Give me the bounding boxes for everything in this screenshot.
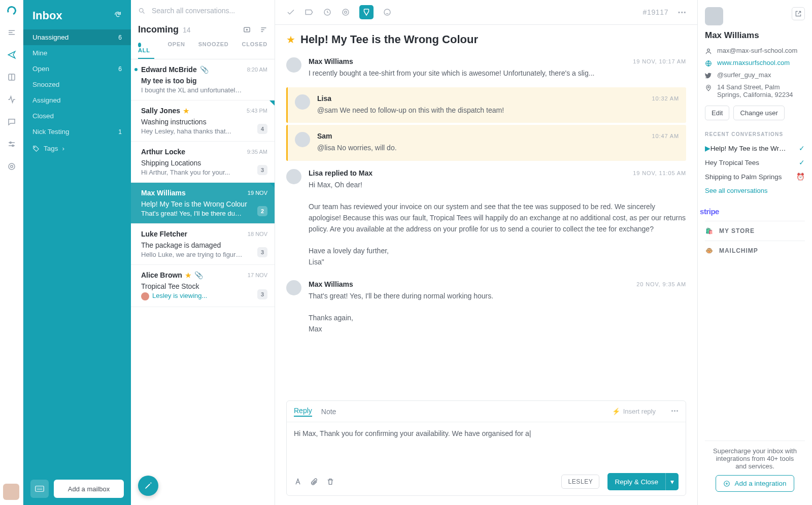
sidebar-folder[interactable]: Snoozed [23, 77, 131, 92]
conversation-item[interactable]: Arthur Locke9:35 AMShipping LocationsHi … [131, 142, 275, 183]
sidebar-folder[interactable]: Mine [23, 45, 131, 61]
recent-conversation[interactable]: ▶ Help! My Tee is the Wron...✓ [705, 141, 805, 155]
keyboard-button[interactable] [30, 480, 49, 498]
edit-customer-button[interactable]: Edit [705, 106, 729, 120]
message: Max Williams20 NOV, 9:35 AMThat's great!… [286, 274, 686, 341]
snooze-icon[interactable] [323, 8, 332, 17]
check-icon: ✓ [799, 158, 805, 166]
eye-icon[interactable] [341, 8, 350, 17]
insert-reply[interactable]: ⚡ Insert reply [612, 408, 656, 415]
emoji-icon[interactable] [383, 8, 392, 17]
activity-icon[interactable] [7, 94, 17, 105]
tags-label: Tags [44, 145, 58, 152]
change-user-button[interactable]: Change user [733, 106, 784, 120]
corner-marker [269, 183, 275, 188]
done-icon[interactable] [286, 8, 295, 17]
conversation-item[interactable]: Max Williams19 NOVHelp! My Tee is the Wr… [131, 183, 275, 224]
star-icon[interactable]: ★ [286, 33, 295, 46]
avatar [286, 57, 301, 73]
reply-textarea[interactable]: Hi Max, Thank you for confirming your av… [287, 422, 686, 468]
conversation-item[interactable]: Sally Jones ★5:43 PMWashing instructions… [131, 100, 275, 142]
see-all-link[interactable]: See all conversations [705, 187, 805, 194]
integration-row[interactable]: stripe [705, 201, 805, 221]
signature-picker[interactable]: LESLEY [561, 475, 599, 489]
list-tab[interactable]: OPEN [167, 41, 185, 59]
recent-conversation[interactable]: Shipping to Palm Springs⏰ [705, 170, 805, 184]
customer-twitter-row[interactable]: @surfer_guy_max [705, 69, 805, 81]
reply-more-icon[interactable]: ··· [671, 406, 679, 417]
conversation-item[interactable]: Alice Brown ★ 📎17 NOVTropical Tee StockL… [131, 265, 275, 307]
target-icon[interactable] [7, 161, 17, 172]
app-rail [0, 0, 23, 505]
twitter-icon [705, 72, 712, 79]
more-icon[interactable]: ··· [678, 7, 686, 18]
svg-rect-6 [36, 486, 44, 492]
conversation-item[interactable]: Edward McBride 📎8:20 AMMy tee is too big… [131, 59, 275, 100]
sidebar-folder[interactable]: Closed [23, 108, 131, 124]
sidebar: Inbox Unassigned6MineOpen6SnoozedAssigne… [23, 0, 131, 505]
settings-icon[interactable] [7, 139, 17, 149]
reply-count-badge: 2 [257, 206, 267, 216]
customer-email-row: max@max-surf-school.com [705, 45, 805, 57]
reply-count-badge: 3 [257, 165, 267, 175]
sidebar-folder[interactable]: Nick Testing1 [23, 124, 131, 140]
message: Sam10:47 AM@lisa No worries, will do. [295, 130, 679, 156]
sidebar-folder[interactable]: Open6 [23, 61, 131, 77]
list-tab[interactable]: SNOOZED [198, 41, 229, 59]
reply-box: Reply Note ⚡ Insert reply ··· Hi Max, Th… [286, 400, 686, 496]
thread-id: #19117 [642, 8, 668, 16]
reply-tab[interactable]: Reply [294, 407, 312, 417]
unread-dot [134, 68, 138, 71]
customer-site-row[interactable]: www.maxsurfschool.com [705, 57, 805, 69]
customer-avatar [705, 7, 723, 25]
svg-point-3 [9, 163, 15, 170]
send-button[interactable]: Reply & Close [607, 473, 665, 490]
internal-note: Sam10:47 AM@lisa No worries, will do. [286, 125, 686, 161]
list-tab[interactable]: ALL [138, 41, 154, 59]
search-icon [138, 7, 146, 15]
sidebar-folder[interactable]: Assigned [23, 92, 131, 108]
sort-icon[interactable] [260, 26, 267, 33]
compose-fab[interactable] [138, 476, 158, 496]
app-logo [6, 5, 17, 16]
chat-icon[interactable] [7, 117, 17, 127]
add-to-folder-icon[interactable] [243, 26, 251, 33]
conversation-item[interactable]: Luke Fletcher18 NOVThe package is damage… [131, 224, 275, 265]
svg-point-12 [384, 9, 390, 15]
format-icon[interactable] [294, 478, 302, 486]
recent-conversation[interactable]: Hey Tropical Tees✓ [705, 155, 805, 170]
sidebar-folder[interactable]: Unassigned6 [23, 29, 131, 45]
avatar [286, 169, 301, 184]
reply-count-badge: 3 [257, 289, 267, 299]
add-integration-button[interactable]: Add a integration [716, 475, 794, 492]
integrations-promo: Supercharge your inbox with integrations… [705, 441, 805, 498]
list-tab[interactable]: CLOSED [242, 41, 267, 59]
assign-icon[interactable] [359, 5, 374, 19]
viewer-avatar [141, 292, 149, 300]
attach-icon[interactable] [310, 478, 318, 486]
list-count: 14 [183, 26, 191, 34]
trash-icon[interactable] [326, 478, 334, 486]
current-user-avatar[interactable] [3, 484, 19, 500]
refresh-icon[interactable] [114, 11, 122, 21]
note-tab[interactable]: Note [321, 408, 336, 416]
shopify-logo: 🛍️ [705, 226, 714, 235]
send-icon[interactable] [7, 50, 17, 60]
search-input[interactable] [151, 6, 267, 15]
customer-address-row: 14 Sand Street, Palm Springs, California… [705, 81, 805, 100]
clip-icon: 📎 [200, 65, 209, 74]
integration-row[interactable]: 🐵MAILCHIMP [705, 241, 805, 260]
play-icon: ▶ [705, 145, 710, 152]
label-icon[interactable] [304, 8, 314, 17]
add-mailbox-button[interactable]: Add a mailbox [54, 480, 124, 498]
popout-icon[interactable] [792, 7, 805, 20]
book-icon[interactable] [7, 72, 17, 82]
tags-row[interactable]: Tags › [23, 140, 131, 157]
menu-icon[interactable] [7, 27, 17, 38]
integration-row[interactable]: 🛍️MY STORE [705, 221, 805, 241]
avatar [286, 280, 301, 295]
send-dropdown-icon[interactable]: ▾ [665, 473, 679, 490]
mailchimp-logo: 🐵 [705, 246, 714, 255]
pin-icon [705, 84, 712, 91]
svg-point-4 [10, 165, 13, 168]
